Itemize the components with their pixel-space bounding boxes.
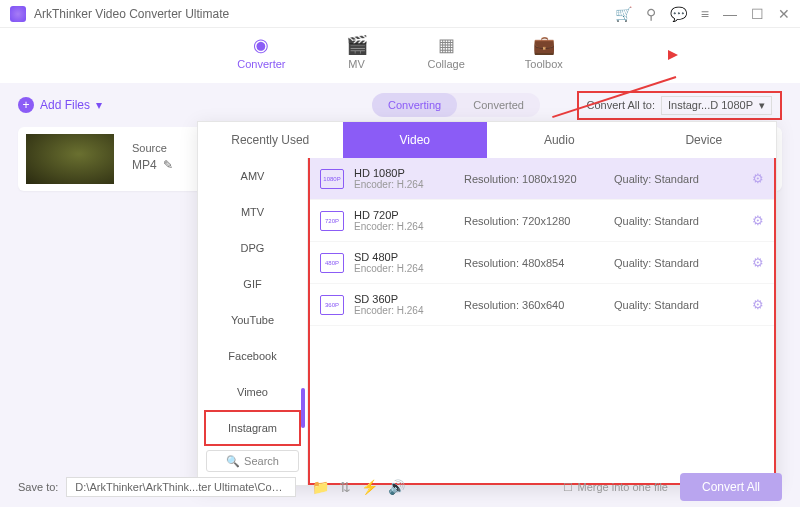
main-nav: ◉ Converter 🎬 MV ▦ Collage 💼 Toolbox (0, 28, 800, 83)
sidebar-item-gif[interactable]: GIF (204, 266, 301, 302)
save-to-label: Save to: (18, 481, 58, 493)
format-row[interactable]: 360P SD 360PEncoder: H.264 Resolution: 3… (310, 284, 774, 326)
sidebar-item-dpg[interactable]: DPG (204, 230, 301, 266)
status-tabs: Converting Converted (372, 93, 540, 117)
format-resolution: Resolution: 1080x1920 (464, 173, 614, 185)
sidebar-item-youtube[interactable]: YouTube (204, 302, 301, 338)
feedback-icon[interactable]: 💬 (670, 6, 687, 22)
resolution-icon: 360P (320, 295, 344, 315)
tab-recently-used[interactable]: Recently Used (198, 122, 343, 158)
nav-label: Converter (237, 58, 285, 70)
toolbar: + Add Files ▾ Converting Converted Conve… (0, 89, 800, 121)
convert-all-button[interactable]: Convert All (680, 473, 782, 501)
source-label: Source (132, 142, 173, 154)
file-meta: Source MP4 ✎ (132, 142, 173, 176)
format-quality: Quality: Standard (614, 215, 724, 227)
format-dropdown[interactable]: Instagr...D 1080P ▾ (661, 96, 772, 115)
format-name: SD 360P (354, 293, 464, 305)
speed-icon[interactable]: ⚡ (361, 479, 378, 495)
edit-icon[interactable]: ✎ (163, 158, 173, 172)
gear-icon[interactable]: ⚙ (752, 255, 764, 270)
chevron-down-icon: ▾ (759, 99, 765, 112)
format-encoder: Encoder: H.264 (354, 179, 464, 190)
format-row[interactable]: 480P SD 480PEncoder: H.264 Resolution: 4… (310, 242, 774, 284)
format-quality: Quality: Standard (614, 173, 724, 185)
titlebar: ArkThinker Video Converter Ultimate 🛒 ⚲ … (0, 0, 800, 28)
nav-mv[interactable]: 🎬 MV (346, 34, 368, 83)
tab-video[interactable]: Video (343, 122, 488, 158)
format-panel: Recently Used Video Audio Device AMV MTV… (197, 121, 777, 486)
minimize-icon[interactable]: — (723, 6, 737, 22)
nav-collage[interactable]: ▦ Collage (428, 34, 465, 83)
format-name: SD 480P (354, 251, 464, 263)
converter-icon: ◉ (253, 34, 269, 56)
sidebar-item-vimeo[interactable]: Vimeo (204, 374, 301, 410)
nav-label: Collage (428, 58, 465, 70)
format-encoder: Encoder: H.264 (354, 263, 464, 274)
search-placeholder: Search (244, 455, 279, 467)
panel-body: AMV MTV DPG GIF YouTube Facebook Vimeo I… (198, 158, 776, 485)
app-logo-icon (10, 6, 26, 22)
maximize-icon[interactable]: ☐ (751, 6, 764, 22)
format-sidebar: AMV MTV DPG GIF YouTube Facebook Vimeo I… (198, 158, 308, 485)
format-row[interactable]: 720P HD 720PEncoder: H.264 Resolution: 7… (310, 200, 774, 242)
sidebar-item-instagram[interactable]: Instagram (204, 410, 301, 446)
category-tabs: Recently Used Video Audio Device (198, 122, 776, 158)
gear-icon[interactable]: ⚙ (752, 297, 764, 312)
nav-converter[interactable]: ◉ Converter (237, 34, 285, 83)
key-icon[interactable]: ⚲ (646, 6, 656, 22)
cart-icon[interactable]: 🛒 (615, 6, 632, 22)
format-quality: Quality: Standard (614, 299, 724, 311)
resolution-icon: 1080P (320, 169, 344, 189)
tab-device[interactable]: Device (632, 122, 777, 158)
plus-icon: + (18, 97, 34, 113)
app-title: ArkThinker Video Converter Ultimate (34, 7, 229, 21)
format-resolution: Resolution: 360x640 (464, 299, 614, 311)
format-quality: Quality: Standard (614, 257, 724, 269)
tab-converted[interactable]: Converted (457, 93, 540, 117)
tab-converting[interactable]: Converting (372, 93, 457, 117)
search-icon: 🔍 (226, 455, 240, 468)
sidebar-item-mtv[interactable]: MTV (204, 194, 301, 230)
toggle-icon[interactable]: ⇅ (339, 479, 351, 495)
nav-label: MV (348, 58, 365, 70)
convert-all-dropdown[interactable]: Convert All to: Instagr...D 1080P ▾ (577, 91, 782, 120)
titlebar-controls: 🛒 ⚲ 💬 ≡ — ☐ ✕ (615, 6, 790, 22)
add-files-button[interactable]: + Add Files ▾ (18, 97, 102, 113)
format-name: HD 720P (354, 209, 464, 221)
merge-checkbox[interactable]: ☐ Merge into one file (563, 481, 668, 494)
tab-audio[interactable]: Audio (487, 122, 632, 158)
resolution-icon: 480P (320, 253, 344, 273)
format-badge: MP4 (132, 158, 157, 172)
content-area: Source MP4 ✎ Recently Used Video Audio D… (0, 121, 800, 197)
nav-toolbox[interactable]: 💼 Toolbox (525, 34, 563, 83)
sound-icon[interactable]: 🔊 (388, 479, 405, 495)
gear-icon[interactable]: ⚙ (752, 171, 764, 186)
format-resolution: Resolution: 720x1280 (464, 215, 614, 227)
add-files-label: Add Files (40, 98, 90, 112)
gear-icon[interactable]: ⚙ (752, 213, 764, 228)
save-path-input[interactable]: D:\ArkThinker\ArkThink...ter Ultimate\Co… (66, 477, 296, 497)
sidebar-item-amv[interactable]: AMV (204, 158, 301, 194)
chevron-down-icon: ▾ (96, 98, 102, 112)
format-resolution: Resolution: 480x854 (464, 257, 614, 269)
format-name: HD 1080P (354, 167, 464, 179)
scrollbar[interactable] (301, 388, 305, 428)
nav-label: Toolbox (525, 58, 563, 70)
merge-label: Merge into one file (577, 481, 668, 493)
bottom-tool-icons: 📁 ⇅ ⚡ 🔊 (312, 479, 405, 495)
resolution-icon: 720P (320, 211, 344, 231)
video-thumbnail (26, 134, 114, 184)
close-icon[interactable]: ✕ (778, 6, 790, 22)
format-list: 1080P HD 1080PEncoder: H.264 Resolution:… (308, 158, 776, 485)
convert-all-label: Convert All to: (587, 99, 655, 111)
sidebar-item-facebook[interactable]: Facebook (204, 338, 301, 374)
format-value: Instagr...D 1080P (668, 99, 753, 111)
folder-icon[interactable]: 📁 (312, 479, 329, 495)
mv-icon: 🎬 (346, 34, 368, 56)
format-row[interactable]: 1080P HD 1080PEncoder: H.264 Resolution:… (310, 158, 774, 200)
collage-icon: ▦ (438, 34, 455, 56)
menu-icon[interactable]: ≡ (701, 6, 709, 22)
checkbox-icon: ☐ (563, 481, 573, 494)
toolbox-icon: 💼 (533, 34, 555, 56)
